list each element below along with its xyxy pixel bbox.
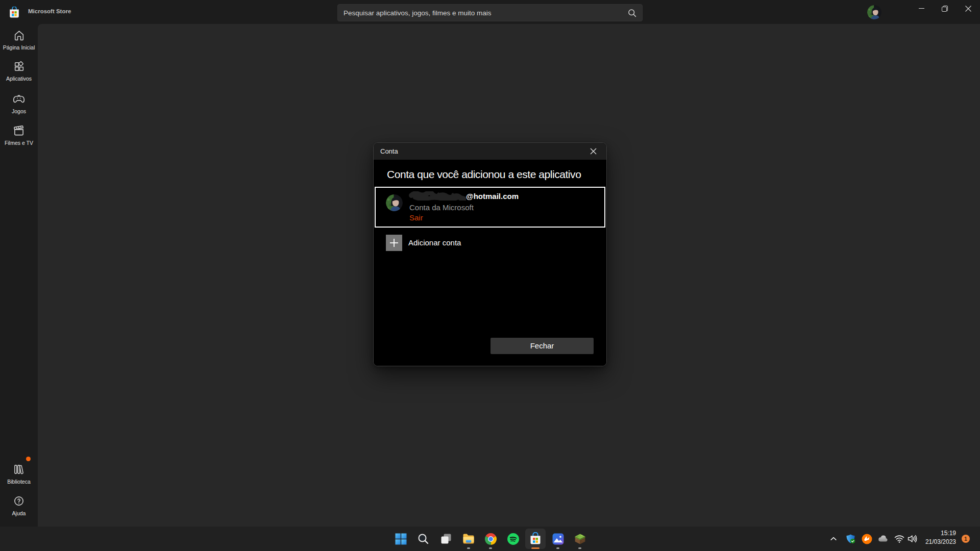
notification-badge[interactable]: 1 — [962, 535, 970, 543]
restore-icon — [942, 6, 948, 12]
account-avatar[interactable] — [867, 5, 881, 19]
minimize-icon — [919, 6, 924, 11]
minecraft-icon — [574, 533, 586, 545]
signout-link[interactable]: Sair — [409, 213, 423, 222]
file-explorer-icon — [462, 532, 475, 545]
library-notification-dot — [26, 457, 31, 461]
spotify-icon — [507, 533, 520, 545]
tray-wifi-button[interactable] — [893, 533, 905, 545]
minimize-button[interactable] — [910, 0, 933, 17]
running-indicator — [578, 547, 581, 549]
microsoft-store-taskbar-icon — [529, 532, 542, 545]
taskbar-start-button[interactable] — [390, 529, 411, 549]
taskbar-minecraft-button[interactable] — [570, 529, 590, 549]
taskbar-microsoft-store-button[interactable] — [525, 529, 546, 549]
library-icon — [12, 463, 26, 476]
close-icon — [590, 148, 597, 155]
avatar-photo-icon — [867, 5, 881, 19]
tray-time: 15:19 — [915, 529, 956, 538]
restore-button[interactable] — [933, 0, 957, 17]
sidebar-item-library[interactable]: Biblioteca — [0, 463, 38, 492]
sidebar-item-label: Ajuda — [0, 510, 38, 516]
sidebar-item-label: Jogos — [0, 108, 38, 114]
dialog-titlebar: Conta — [374, 143, 606, 160]
tray-chevron-up-button[interactable] — [827, 533, 840, 545]
close-icon — [965, 6, 971, 12]
dialog-close-action-button[interactable]: Fechar — [491, 338, 594, 354]
tray-date: 21/03/2023 — [915, 538, 956, 546]
chevron-up-icon — [828, 534, 839, 544]
tray-clock[interactable]: 15:19 21/03/2023 — [915, 529, 956, 547]
sidebar-item-label: Filmes e TV — [0, 140, 38, 146]
running-indicator — [556, 547, 559, 549]
sidebar-item-help[interactable]: Ajuda — [0, 494, 38, 524]
redacted-name-scribble — [409, 191, 466, 201]
dialog-heading: Conta que você adicionou a este aplicati… — [387, 168, 581, 181]
tray-windows-security-button[interactable] — [844, 533, 856, 545]
taskbar-search-icon — [417, 533, 429, 545]
games-icon — [12, 92, 26, 106]
dialog-title: Conta — [380, 147, 398, 155]
dialog-close-button[interactable] — [583, 143, 603, 160]
sidebar-item-apps[interactable]: Aplicativos — [0, 60, 38, 90]
app-title: Microsoft Store — [28, 8, 71, 14]
help-icon — [12, 494, 26, 508]
home-icon — [13, 29, 26, 42]
avatar-photo-icon — [386, 194, 403, 211]
titlebar: Microsoft Store Pesquisar aplicativos, j… — [0, 0, 980, 24]
taskbar-file-explorer-button[interactable] — [458, 529, 479, 549]
task-view-icon — [440, 533, 452, 545]
movies-icon — [12, 124, 26, 137]
windows-security-icon — [845, 534, 856, 544]
taskbar: 15:19 21/03/2023 1 — [0, 527, 980, 551]
photos-icon — [552, 533, 565, 545]
add-account-label: Adicionar conta — [408, 238, 461, 247]
sidebar: Página Inicial Aplicativos Jogos — [0, 24, 38, 527]
search-placeholder: Pesquisar aplicativos, jogos, filmes e m… — [344, 9, 492, 17]
microsoft-store-logo-icon — [9, 7, 19, 18]
tray-avast-button[interactable] — [861, 533, 873, 545]
account-email: @hotmail.com — [466, 192, 519, 201]
add-account-row[interactable]: Adicionar conta — [375, 232, 605, 260]
sidebar-item-home[interactable]: Página Inicial — [0, 29, 38, 59]
screen: Microsoft Store Pesquisar aplicativos, j… — [0, 0, 980, 551]
taskbar-spotify-button[interactable] — [503, 529, 523, 549]
sidebar-item-label: Página Inicial — [0, 44, 38, 51]
search-icon[interactable] — [628, 9, 636, 17]
account-type: Conta da Microsoft — [409, 203, 474, 212]
add-account-plus-icon — [386, 235, 402, 251]
sidebar-item-games[interactable]: Jogos — [0, 92, 38, 122]
onedrive-icon — [877, 533, 889, 545]
active-running-indicator — [531, 547, 540, 549]
apps-icon — [13, 60, 26, 73]
wifi-icon — [894, 533, 905, 544]
chrome-icon — [484, 533, 497, 545]
search-input[interactable]: Pesquisar aplicativos, jogos, filmes e m… — [337, 4, 643, 21]
taskbar-search-button[interactable] — [413, 529, 433, 549]
sidebar-item-label: Aplicativos — [0, 76, 38, 82]
dialog-body: Conta que você adicionou a este aplicati… — [374, 160, 606, 366]
account-dialog: Conta Conta que você adicionou a este ap… — [374, 143, 606, 366]
close-window-button[interactable] — [957, 0, 980, 17]
running-indicator — [489, 547, 492, 549]
sidebar-item-label: Biblioteca — [0, 479, 38, 485]
taskbar-chrome-button[interactable] — [480, 529, 501, 549]
tray-onedrive-button[interactable] — [877, 533, 889, 545]
account-card[interactable]: @hotmail.com Conta da Microsoft Sair — [375, 187, 605, 228]
windows-start-icon — [395, 533, 407, 545]
sidebar-item-movies[interactable]: Filmes e TV — [0, 124, 38, 154]
account-card-avatar — [386, 194, 403, 211]
taskbar-photos-button[interactable] — [548, 529, 568, 549]
taskbar-task-view-button[interactable] — [436, 529, 456, 549]
account-email-line: @hotmail.com — [409, 191, 519, 202]
avast-icon — [862, 534, 872, 544]
running-indicator — [467, 547, 470, 549]
